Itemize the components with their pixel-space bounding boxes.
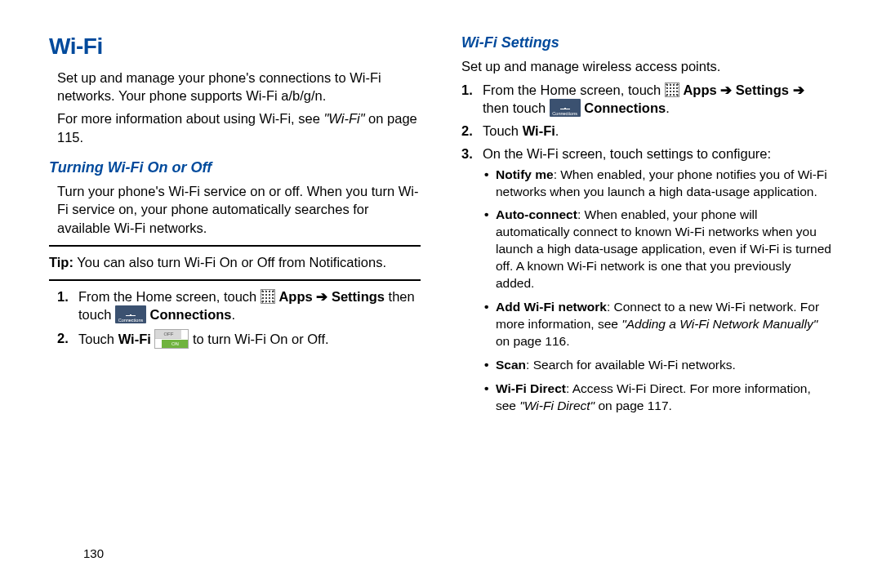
- wifi-label: Wi-Fi: [118, 332, 151, 346]
- connections-icon: [115, 305, 146, 323]
- rule: [49, 279, 421, 281]
- step-number: 2.: [461, 122, 473, 140]
- step-2: 2. Touch Wi-Fi.: [461, 122, 833, 140]
- bullet-label: Auto-connect: [496, 207, 577, 221]
- text: to turn Wi-Fi On or Off.: [193, 332, 329, 346]
- step-3: 3. On the Wi-Fi screen, touch settings t…: [461, 145, 833, 414]
- connections-label: Connections: [150, 307, 232, 322]
- bullet-label: Add Wi-Fi network: [496, 300, 607, 314]
- connections-icon: [550, 99, 581, 117]
- bullet-scan: Scan: Search for available Wi-Fi network…: [484, 357, 833, 374]
- text: On the Wi-Fi screen, touch settings to c…: [483, 146, 771, 161]
- arrow-icon: ➔: [316, 289, 327, 304]
- bullet-notify-me: Notify me: When enabled, your phone noti…: [484, 167, 833, 201]
- cross-reference: "Adding a Wi-Fi Network Manually": [621, 317, 817, 331]
- step-number: 3.: [461, 145, 473, 163]
- text: Touch: [483, 123, 523, 138]
- text: then touch: [483, 100, 550, 115]
- right-steps: 1. From the Home screen, touch Apps ➔ Se…: [461, 81, 833, 415]
- bullet-label: Wi-Fi Direct: [496, 381, 566, 395]
- tip-row: Tip: You can also turn Wi-Fi On or Off f…: [49, 253, 421, 271]
- bullet-wifi-direct: Wi-Fi Direct: Access Wi-Fi Direct. For m…: [484, 381, 833, 415]
- settings-label: Settings: [332, 289, 385, 304]
- step-2: 2. Touch Wi-Fi OFF ON to turn Wi-Fi On o…: [57, 329, 421, 349]
- cross-reference: "Wi-Fi Direct": [519, 399, 595, 412]
- settings-intro: Set up and manage wireless access points…: [461, 57, 833, 75]
- bullet-text: : Search for available Wi-Fi networks.: [526, 358, 736, 372]
- rule: [49, 245, 421, 247]
- connections-label: Connections: [584, 100, 666, 115]
- bullet-label: Notify me: [496, 167, 554, 181]
- bullet-auto-connect: Auto-connect: When enabled, your phone w…: [484, 207, 833, 292]
- step-1: 1. From the Home screen, touch Apps ➔ Se…: [461, 81, 833, 118]
- apps-grid-icon: [665, 82, 679, 97]
- settings-label: Settings: [732, 82, 792, 97]
- right-column: Wi-Fi Settings Set up and manage wireles…: [461, 31, 833, 421]
- text: From the Home screen, touch: [78, 289, 261, 304]
- apps-grid-icon: [261, 289, 275, 304]
- toggle-off-label: OFF: [155, 330, 181, 339]
- subhead-turning-wifi: Turning Wi-Fi On or Off: [49, 158, 421, 177]
- tip-text: You can also turn Wi-Fi On or Off from N…: [74, 255, 386, 270]
- wifi-reference: "Wi-Fi": [323, 111, 364, 126]
- bullet-label: Scan: [496, 358, 526, 372]
- page-number: 130: [83, 546, 104, 560]
- settings-bullets: Notify me: When enabled, your phone noti…: [483, 167, 833, 415]
- step-number: 1.: [461, 81, 473, 99]
- bullet-text: on page 117.: [595, 399, 672, 412]
- apps-label: Apps: [278, 289, 316, 304]
- toggle-icon: OFF ON: [154, 329, 189, 349]
- text: From the Home screen, touch: [483, 82, 665, 97]
- toggle-on-label: ON: [162, 340, 188, 348]
- apps-label: Apps: [683, 82, 720, 97]
- wifi-label: Wi-Fi: [523, 123, 555, 138]
- step-1: 1. From the Home screen, touch Apps ➔ Se…: [57, 287, 421, 324]
- arrow-icon: ➔: [720, 82, 732, 97]
- arrow-icon: ➔: [793, 82, 804, 97]
- subhead-wifi-settings: Wi-Fi Settings: [461, 33, 833, 52]
- step-number: 2.: [57, 329, 69, 347]
- step-number: 1.: [57, 287, 69, 305]
- left-column: Wi-Fi Set up and manage your phone's con…: [49, 31, 421, 421]
- intro-paragraph-2: For more information about using Wi-Fi, …: [49, 109, 421, 146]
- left-steps: 1. From the Home screen, touch Apps ➔ Se…: [49, 287, 421, 349]
- tip-label: Tip:: [49, 255, 74, 270]
- bullet-text: on page 116.: [496, 334, 570, 348]
- text: For more information about using Wi-Fi, …: [57, 111, 323, 126]
- section-title-wifi: Wi-Fi: [49, 31, 421, 62]
- text: Touch: [78, 332, 118, 346]
- intro-paragraph-1: Set up and manage your phone's connectio…: [49, 69, 421, 105]
- turning-intro: Turn your phone's Wi-Fi service on or of…: [49, 182, 421, 237]
- bullet-add-wifi-network: Add Wi-Fi network: Connect to a new Wi-F…: [484, 299, 833, 350]
